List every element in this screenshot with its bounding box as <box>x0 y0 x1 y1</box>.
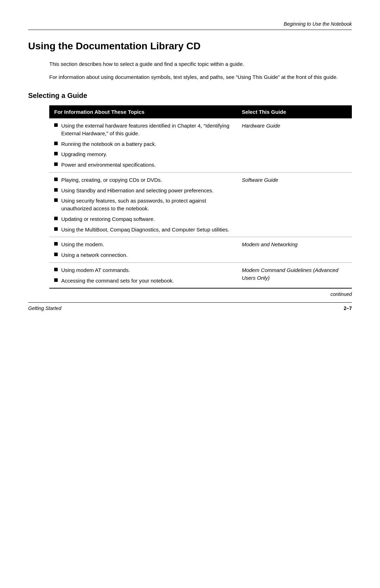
topics-cell: Using the external hardware features ide… <box>49 118 237 172</box>
list-item: Using Standby and Hibernation and select… <box>54 187 232 194</box>
list-item-text: Accessing the command sets for your note… <box>61 277 174 285</box>
list-item-text: Using Standby and Hibernation and select… <box>61 187 214 194</box>
bullet-icon <box>54 278 58 282</box>
table-row: Playing, creating, or copying CDs or DVD… <box>49 172 352 237</box>
list-item-text: Playing, creating, or copying CDs or DVD… <box>61 176 162 184</box>
bullet-icon <box>54 178 58 181</box>
table-row: Using modem AT commands.Accessing the co… <box>49 262 352 288</box>
continued-label: continued <box>49 291 352 297</box>
list-item: Using modem AT commands. <box>54 266 232 274</box>
bullet-icon <box>54 227 58 231</box>
list-item: Using the modem. <box>54 241 232 248</box>
list-item-text: Using a network connection. <box>61 251 127 259</box>
list-item-text: Upgrading memory. <box>61 150 107 158</box>
footer-right: 2–7 <box>344 305 352 311</box>
list-item: Accessing the command sets for your note… <box>54 277 232 285</box>
main-title: Using the Documentation Library CD <box>28 41 352 52</box>
list-item-text: Updating or restoring Compaq software. <box>61 215 155 223</box>
list-item: Updating or restoring Compaq software. <box>54 215 232 223</box>
list-item: Upgrading memory. <box>54 150 232 158</box>
guide-cell: Software Guide <box>237 172 352 237</box>
col-topics-header: For Information About These Topics <box>49 105 237 118</box>
guide-cell: Modem Command Guidelines (Advanced Users… <box>237 262 352 288</box>
bullet-icon <box>54 253 58 256</box>
bullet-icon <box>54 142 58 145</box>
list-item-text: Using modem AT commands. <box>61 266 130 274</box>
list-item: Using a network connection. <box>54 251 232 259</box>
topics-cell: Using the modem.Using a network connecti… <box>49 237 237 263</box>
list-item-text: Using security features, such as passwor… <box>61 197 232 212</box>
page-footer: Getting Started 2–7 <box>28 302 352 311</box>
bullet-icon <box>54 188 58 192</box>
bullet-icon <box>54 152 58 155</box>
table-row: Using the external hardware features ide… <box>49 118 352 172</box>
list-item: Using security features, such as passwor… <box>54 197 232 212</box>
table-row: Using the modem.Using a network connecti… <box>49 237 352 263</box>
bullet-icon <box>54 242 58 246</box>
guide-cell: Hardware Guide <box>237 118 352 172</box>
footer-left: Getting Started <box>28 305 61 311</box>
section-title: Selecting a Guide <box>28 92 352 100</box>
list-item: Using the external hardware features ide… <box>54 122 232 137</box>
list-item: Playing, creating, or copying CDs or DVD… <box>54 176 232 184</box>
guide-table: For Information About These Topics Selec… <box>49 105 352 289</box>
intro-para-1: This section describes how to select a g… <box>49 60 352 68</box>
list-item-text: Using the external hardware features ide… <box>61 122 232 137</box>
intro-section: This section describes how to select a g… <box>49 60 352 81</box>
bullet-icon <box>54 268 58 271</box>
table-header-row: For Information About These Topics Selec… <box>49 105 352 118</box>
list-item: Power and environmental specifications. <box>54 161 232 169</box>
list-item-text: Using the modem. <box>61 241 104 248</box>
bullet-icon <box>54 123 58 127</box>
list-item: Using the MultiBoot, Compaq Diagnostics,… <box>54 226 232 234</box>
list-item-text: Using the MultiBoot, Compaq Diagnostics,… <box>61 226 229 234</box>
topics-cell: Playing, creating, or copying CDs or DVD… <box>49 172 237 237</box>
header-title: Beginning to Use the Notebook <box>284 21 352 27</box>
list-item: Running the notebook on a battery pack. <box>54 140 232 148</box>
list-item-text: Power and environmental specifications. <box>61 161 156 169</box>
topics-cell: Using modem AT commands.Accessing the co… <box>49 262 237 288</box>
bullet-icon <box>54 162 58 166</box>
bullet-icon <box>54 217 58 220</box>
intro-para-2: For information about using documentatio… <box>49 73 352 81</box>
col-guide-header: Select This Guide <box>237 105 352 118</box>
bullet-icon <box>54 198 58 202</box>
page-header: Beginning to Use the Notebook <box>28 21 352 30</box>
list-item-text: Running the notebook on a battery pack. <box>61 140 156 148</box>
guide-cell: Modem and Networking <box>237 237 352 263</box>
